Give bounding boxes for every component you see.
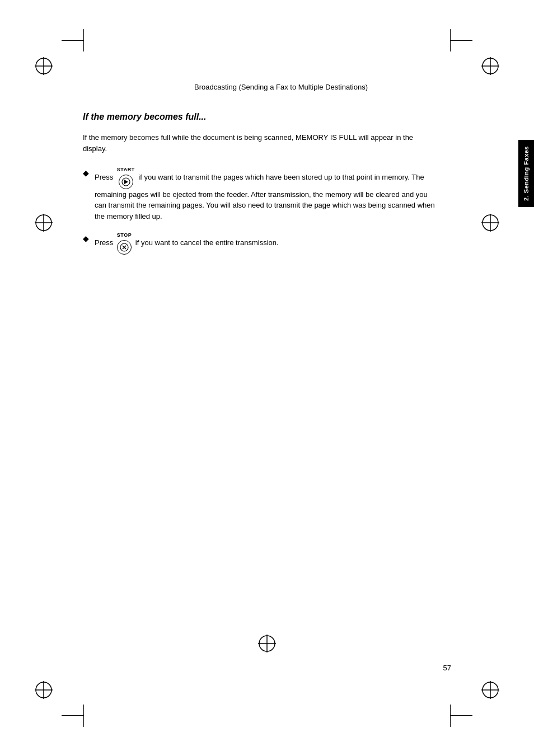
main-content: If the memory becomes full... If the mem… [83,112,478,265]
crop-mark-top-left-h [62,40,84,41]
start-button-label: START [117,166,135,174]
side-tab: 2. Sending Faxes [518,140,534,207]
press-label-1: Press [95,173,113,181]
page: 2. Sending Faxes Broadcasting (Sending a… [0,0,534,756]
stop-button-label: STOP [117,232,132,240]
reg-mark-mid-left [34,213,54,233]
start-button-inline: START [117,166,135,189]
crop-mark-top-right-h [450,40,472,41]
header-text: Broadcasting (Sending a Fax to Multiple … [194,83,368,91]
stop-button-circle [117,240,132,255]
page-number: 57 [443,664,451,672]
bullet-content-2: Press STOP if you want to cancel the ent… [95,232,441,255]
press-label-2: Press [95,238,113,247]
stop-button-inline: STOP [117,232,132,255]
bullet-diamond-1: ◆ [83,167,89,179]
page-header: Broadcasting (Sending a Fax to Multiple … [84,83,478,91]
bullet-content-1: Press START if you want to transmit the … [95,166,441,222]
start-button-circle [119,175,133,189]
reg-mark-top-right [480,56,500,76]
section-title: If the memory becomes full... [83,112,478,122]
crop-mark-top-right-v [450,29,451,51]
svg-marker-22 [124,180,128,184]
crop-mark-top-left-v [83,29,84,51]
bullet-1-continuation: if you want to transmit the pages which … [95,173,435,220]
bullet-2-continuation: if you want to cancel the entire transmi… [135,238,279,247]
crop-mark-bottom-left-v [83,705,84,727]
reg-mark-mid-right [480,213,500,233]
crop-mark-bottom-right-v [450,705,451,727]
crop-mark-bottom-left-h [62,715,84,716]
bullet-item-stop: ◆ Press STOP if you want to can [83,232,441,255]
reg-mark-bottom-right [480,680,500,700]
reg-mark-bottom-center [257,633,277,655]
reg-mark-bottom-left [34,680,54,700]
bullet-diamond-2: ◆ [83,233,89,245]
bullet-item-start: ◆ Press START if you want to transmit th… [83,166,441,222]
intro-paragraph: If the memory becomes full while the doc… [83,132,430,154]
side-tab-label: 2. Sending Faxes [523,146,530,201]
reg-mark-top-left [34,56,54,76]
crop-mark-bottom-right-h [450,715,472,716]
